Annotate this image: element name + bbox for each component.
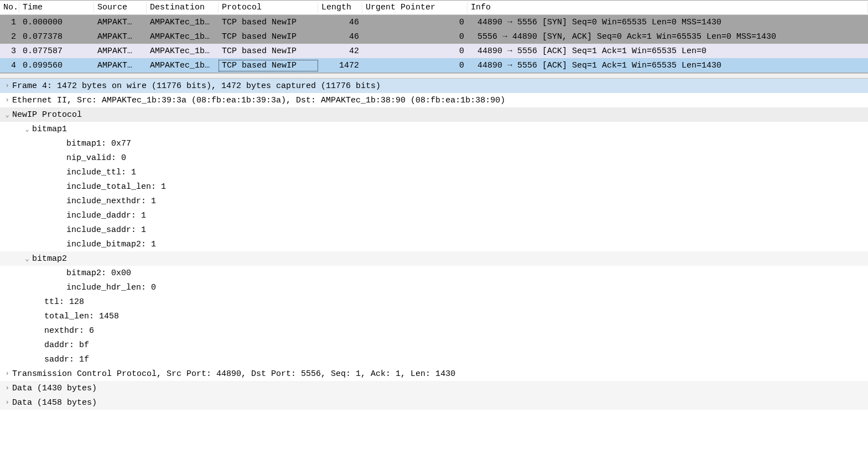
tree-leaf[interactable]: include_total_len: 1 (0, 179, 868, 194)
cell-protocol: TCP based NewIP (219, 17, 318, 28)
tree-newip[interactable]: ⌄ NewIP Protocol (0, 107, 868, 122)
col-header-destination[interactable]: Destination (147, 2, 219, 13)
cell-urgent: 0 (362, 60, 467, 71)
tree-leaf[interactable]: include_hdr_len: 0 (0, 280, 868, 295)
newip-label: NewIP Protocol (12, 110, 868, 120)
pane-divider[interactable] (0, 73, 868, 79)
cell-destination: AMPAKTec_1b… (147, 45, 219, 57)
newip-field: daddr: bf (44, 341, 868, 350)
bitmap1-item: include_total_len: 1 (66, 182, 868, 192)
col-header-info[interactable]: Info (467, 2, 868, 13)
bitmap1-item: include_ttl: 1 (66, 168, 868, 177)
cell-time: 0.000000 (19, 17, 94, 28)
tree-leaf[interactable]: nexthdr: 6 (0, 323, 868, 338)
cell-source: AMPAKT… (94, 17, 147, 28)
cell-source: AMPAKT… (94, 45, 147, 57)
newip-field: total_len: 1458 (44, 312, 868, 321)
cell-urgent: 0 (362, 31, 467, 43)
tcp-summary: Transmission Control Protocol, Src Port:… (12, 369, 868, 379)
cell-info: 44890 → 5556 [ACK] Seq=1 Ack=1 Win=65535… (467, 60, 868, 71)
packet-list-pane: No. Time Source Destination Protocol Len… (0, 0, 868, 73)
tree-data[interactable]: › Data (1430 bytes) (0, 381, 868, 395)
tree-leaf[interactable]: daddr: bf (0, 338, 868, 352)
tree-bitmap2[interactable]: ⌄ bitmap2 (0, 251, 868, 266)
ethernet-summary: Ethernet II, Src: AMPAKTec_1b:39:3a (08:… (12, 96, 868, 105)
packet-details-pane: › Frame 4: 1472 bytes on wire (11776 bit… (0, 79, 868, 410)
bitmap2-label: bitmap2 (32, 254, 868, 264)
tree-frame[interactable]: › Frame 4: 1472 bytes on wire (11776 bit… (0, 79, 868, 93)
cell-protocol: TCP based NewIP (219, 45, 318, 57)
tree-leaf[interactable]: include_nexthdr: 1 (0, 194, 868, 208)
col-header-protocol[interactable]: Protocol (219, 2, 318, 13)
chevron-down-icon[interactable]: ⌄ (2, 111, 12, 119)
cell-time: 0.099560 (19, 60, 94, 71)
tree-leaf[interactable]: bitmap1: 0x77 (0, 136, 868, 151)
cell-destination: AMPAKTec_1b… (147, 31, 219, 43)
data-summary: Data (1430 bytes) (12, 384, 868, 393)
data-summary: Data (1458 bytes) (12, 398, 868, 407)
tree-leaf[interactable]: total_len: 1458 (0, 309, 868, 323)
tree-leaf[interactable]: include_saddr: 1 (0, 223, 868, 237)
bitmap1-item: include_bitmap2: 1 (66, 240, 868, 249)
cell-source: AMPAKT… (94, 31, 147, 43)
col-header-source[interactable]: Source (94, 2, 147, 13)
cell-info: 5556 → 44890 [SYN, ACK] Seq=0 Ack=1 Win=… (467, 31, 868, 43)
cell-no: 3 (0, 45, 19, 57)
chevron-down-icon[interactable]: ⌄ (22, 125, 32, 133)
col-header-time[interactable]: Time (19, 2, 94, 13)
packet-list-header: No. Time Source Destination Protocol Len… (0, 1, 868, 15)
bitmap1-item: include_saddr: 1 (66, 225, 868, 235)
chevron-right-icon[interactable]: › (2, 96, 12, 104)
col-header-length[interactable]: Length (318, 2, 362, 13)
tree-leaf[interactable]: include_ttl: 1 (0, 165, 868, 179)
tree-leaf[interactable]: include_bitmap2: 1 (0, 237, 868, 251)
cell-length: 42 (318, 45, 362, 57)
bitmap1-item: nip_valid: 0 (66, 153, 868, 163)
cell-length: 46 (318, 17, 362, 28)
cell-time: 0.077378 (19, 31, 94, 43)
bitmap1-item: include_nexthdr: 1 (66, 197, 868, 206)
tree-leaf[interactable]: ttl: 128 (0, 295, 868, 309)
cell-destination: AMPAKTec_1b… (147, 17, 219, 28)
cell-urgent: 0 (362, 17, 467, 28)
newip-field: nexthdr: 6 (44, 326, 868, 336)
col-header-urgent[interactable]: Urgent Pointer (362, 2, 467, 13)
cell-info: 44890 → 5556 [SYN] Seq=0 Win=65535 Len=0… (467, 17, 868, 28)
tree-leaf[interactable]: nip_valid: 0 (0, 151, 868, 165)
tree-ethernet[interactable]: › Ethernet II, Src: AMPAKTec_1b:39:3a (0… (0, 93, 868, 107)
bitmap2-item: include_hdr_len: 0 (66, 283, 868, 292)
bitmap1-item: include_daddr: 1 (66, 211, 868, 220)
tree-bitmap1[interactable]: ⌄ bitmap1 (0, 122, 868, 136)
cell-protocol: TCP based NewIP (219, 31, 318, 43)
cell-time: 0.077587 (19, 45, 94, 57)
bitmap2-item: bitmap2: 0x00 (66, 269, 868, 278)
tree-tcp[interactable]: › Transmission Control Protocol, Src Por… (0, 367, 868, 381)
packet-row[interactable]: 1 0.000000 AMPAKT… AMPAKTec_1b… TCP base… (0, 15, 868, 29)
chevron-right-icon[interactable]: › (2, 82, 12, 90)
cell-destination: AMPAKTec_1b… (147, 60, 219, 71)
newip-field: saddr: 1f (44, 355, 868, 364)
chevron-right-icon[interactable]: › (2, 384, 12, 392)
cell-urgent: 0 (362, 45, 467, 57)
cell-no: 1 (0, 17, 19, 28)
packet-row-selected[interactable]: 4 0.099560 AMPAKT… AMPAKTec_1b… TCP base… (0, 58, 868, 73)
col-header-no[interactable]: No. (0, 2, 19, 13)
cell-no: 2 (0, 31, 19, 43)
packet-row[interactable]: 3 0.077587 AMPAKT… AMPAKTec_1b… TCP base… (0, 44, 868, 58)
tree-leaf[interactable]: bitmap2: 0x00 (0, 266, 868, 280)
newip-field: ttl: 128 (44, 297, 868, 307)
cell-length: 1472 (318, 60, 362, 71)
chevron-right-icon[interactable]: › (2, 399, 12, 406)
tree-leaf[interactable]: saddr: 1f (0, 352, 868, 367)
cell-info: 44890 → 5556 [ACK] Seq=1 Ack=1 Win=65535… (467, 45, 868, 57)
chevron-right-icon[interactable]: › (2, 370, 12, 378)
cell-protocol-focused: TCP based NewIP (219, 60, 318, 71)
tree-data[interactable]: › Data (1458 bytes) (0, 395, 868, 410)
cell-source: AMPAKT… (94, 60, 147, 71)
cell-length: 46 (318, 31, 362, 43)
bitmap1-label: bitmap1 (32, 125, 868, 134)
bitmap1-item: bitmap1: 0x77 (66, 139, 868, 148)
packet-row[interactable]: 2 0.077378 AMPAKT… AMPAKTec_1b… TCP base… (0, 29, 868, 44)
chevron-down-icon[interactable]: ⌄ (22, 255, 32, 263)
tree-leaf[interactable]: include_daddr: 1 (0, 208, 868, 223)
